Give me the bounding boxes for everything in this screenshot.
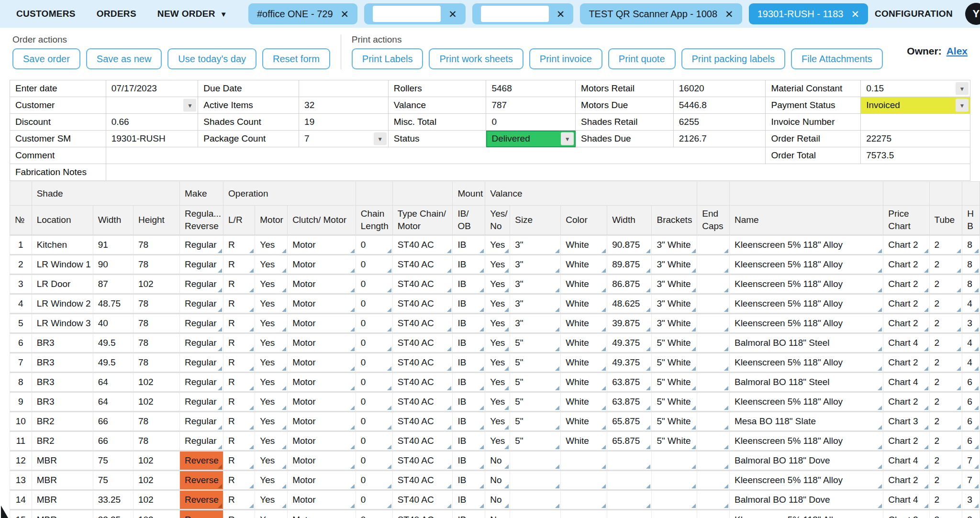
cell-tube[interactable]: 2 (929, 490, 962, 510)
cell-chain-length[interactable]: 0 (356, 235, 392, 255)
cell-valance-yes-no[interactable]: No (485, 490, 510, 510)
cell-location[interactable]: Kitchen (32, 235, 93, 255)
cell-name[interactable]: Kleenscreen 5% 118" Alloy (729, 235, 883, 255)
cell-width[interactable]: 87 (93, 275, 133, 294)
cell-extra[interactable]: 6 (962, 392, 980, 412)
cell-motor[interactable]: Yes (255, 314, 288, 333)
cell-brackets[interactable]: 5" White (652, 373, 697, 392)
cell-valance-color[interactable] (561, 490, 607, 510)
cell-valance-size[interactable]: 5" (510, 373, 561, 392)
cell-lr[interactable]: R (223, 431, 255, 451)
cell-valance-width[interactable] (607, 451, 652, 471)
form-field-7[interactable]: 7▼ (299, 131, 389, 147)
cell-tube[interactable]: 2 (929, 392, 962, 412)
cell-height[interactable]: 78 (133, 255, 179, 275)
cell-type-chain-motor[interactable]: ST40 AC (392, 294, 453, 314)
form-field-invoiced[interactable]: Invoiced▼ (861, 97, 970, 114)
cell-motor[interactable]: Yes (255, 275, 288, 294)
cell-valance-width[interactable]: 65.875 (607, 412, 652, 431)
cell-clutch-motor[interactable]: Motor (288, 333, 356, 353)
cell-extra[interactable]: 8 (962, 275, 980, 294)
print-labels-button[interactable]: Print Labels (352, 48, 423, 69)
cell-clutch-motor[interactable]: Motor (288, 510, 356, 518)
form-field-7573-5[interactable]: 7573.5 (861, 147, 970, 164)
cell-width[interactable]: 91 (93, 235, 133, 255)
cell-brackets[interactable]: 3" White (652, 294, 697, 314)
cell-extra[interactable]: 6 (962, 373, 980, 392)
cell-make[interactable]: Regular (179, 412, 223, 431)
cell-chain-length[interactable]: 0 (356, 392, 392, 412)
cell-price-chart[interactable]: Chart 2 (883, 314, 929, 333)
tab-name-input[interactable] (373, 6, 441, 22)
cell-valance-width[interactable]: 63.875 (607, 373, 652, 392)
cell-width[interactable]: 75 (93, 471, 133, 490)
form-field-empty[interactable]: ▼ (106, 97, 198, 114)
dropdown-arrow-icon[interactable]: ▼ (374, 132, 387, 145)
form-field-0-66[interactable]: 0.66 (106, 114, 198, 131)
cell-height[interactable]: 102 (133, 490, 179, 510)
cell-valance-color[interactable]: White (561, 333, 607, 353)
nav-item-customers[interactable]: CUSTOMERS (16, 9, 76, 19)
cell-chain-length[interactable]: 0 (356, 333, 392, 353)
cell-chain-length[interactable]: 0 (356, 275, 392, 294)
cell-lr[interactable]: R (223, 392, 255, 412)
cell-height[interactable]: 78 (133, 294, 179, 314)
cell-tube[interactable]: 2 (929, 510, 962, 518)
cell-brackets[interactable]: 3" White (652, 314, 697, 333)
cell-type-chain-motor[interactable]: ST40 AC (392, 275, 453, 294)
cell-clutch-motor[interactable]: Motor (288, 294, 356, 314)
dropdown-arrow-icon[interactable]: ▼ (956, 99, 969, 112)
cell-brackets[interactable]: 5" White (652, 431, 697, 451)
cell-valance-color[interactable] (561, 471, 607, 490)
cell-type-chain-motor[interactable]: ST40 AC (392, 471, 453, 490)
dropdown-arrow-icon[interactable]: ▼ (561, 132, 574, 145)
cell-ib-ob[interactable]: IB (453, 294, 485, 314)
cell-chain-length[interactable]: 0 (356, 431, 392, 451)
cell-price-chart[interactable]: Chart 2 (883, 294, 929, 314)
cell-lr[interactable]: R (223, 451, 255, 471)
cell-location[interactable]: LR Window 1 (32, 255, 93, 275)
form-field-6255[interactable]: 6255 (673, 114, 766, 131)
cell-valance-yes-no[interactable]: Yes (485, 412, 510, 431)
form-field-19301-rush[interactable]: 19301-RUSH (106, 131, 198, 147)
cell-motor[interactable]: Yes (255, 471, 288, 490)
cell-type-chain-motor[interactable]: ST40 AC (392, 490, 453, 510)
cell-name[interactable]: Mesa BO 118" Slate (729, 412, 883, 431)
cell-location[interactable]: MBR (32, 471, 93, 490)
cell-location[interactable]: LR Door (32, 275, 93, 294)
cell-location[interactable]: BR3 (32, 353, 93, 373)
cell-price-chart[interactable]: Chart 4 (883, 333, 929, 353)
cell-ib-ob[interactable]: IB (453, 275, 485, 294)
dropdown-arrow-icon[interactable]: ▼ (956, 82, 969, 95)
cell-width[interactable]: 49.5 (93, 353, 133, 373)
cell-name[interactable]: Kleenscreen 5% 118" Alloy (729, 353, 883, 373)
cell-type-chain-motor[interactable]: ST40 AC (392, 235, 453, 255)
cell-lr[interactable]: R (223, 314, 255, 333)
cell-tube[interactable]: 2 (929, 255, 962, 275)
order-tab-19301-rush-1183[interactable]: 19301-RUSH - 1183✕ (749, 3, 868, 24)
cell-tube[interactable]: 2 (929, 314, 962, 333)
cell-clutch-motor[interactable]: Motor (288, 235, 356, 255)
cell-valance-color[interactable]: White (561, 275, 607, 294)
cell-valance-color[interactable]: White (561, 314, 607, 333)
cell-lr[interactable]: R (223, 373, 255, 392)
cell-clutch-motor[interactable]: Motor (288, 392, 356, 412)
cell-clutch-motor[interactable]: Motor (288, 314, 356, 333)
cell-price-chart[interactable]: Chart 2 (883, 510, 929, 518)
cell-extra[interactable]: 3 (962, 314, 980, 333)
cell-lr[interactable]: R (223, 412, 255, 431)
cell-motor[interactable]: Yes (255, 392, 288, 412)
cell-height[interactable]: 78 (133, 353, 179, 373)
cell-valance-width[interactable]: 49.375 (607, 353, 652, 373)
cell-lr[interactable]: R (223, 353, 255, 373)
cell-valance-width[interactable]: 65.875 (607, 431, 652, 451)
cell-brackets[interactable]: 5" White (652, 392, 697, 412)
cell-price-chart[interactable]: Chart 4 (883, 490, 929, 510)
cell-end-caps[interactable] (697, 314, 730, 333)
order-tab-blank-1[interactable]: ✕ (364, 3, 466, 24)
order-tab-blank-2[interactable]: ✕ (472, 3, 574, 24)
form-field-787[interactable]: 787 (486, 97, 576, 114)
cell-make[interactable]: Regular (179, 294, 223, 314)
cell-location[interactable]: LR Window 2 (32, 294, 93, 314)
nav-item-new-order[interactable]: NEW ORDER▼ (157, 9, 227, 19)
